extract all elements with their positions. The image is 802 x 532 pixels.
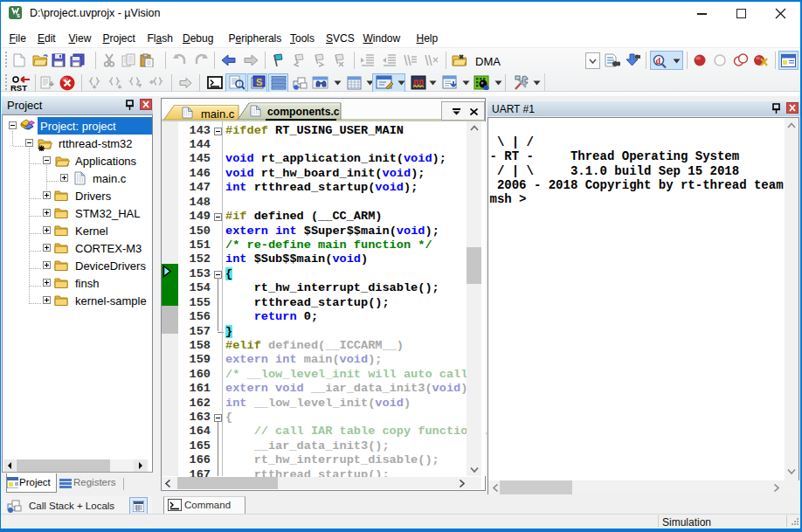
svg-text:d: d: [656, 56, 661, 66]
svg-text:S: S: [256, 77, 262, 87]
svg-text:s: s: [17, 12, 20, 18]
svg-text:RST: RST: [10, 83, 27, 92]
